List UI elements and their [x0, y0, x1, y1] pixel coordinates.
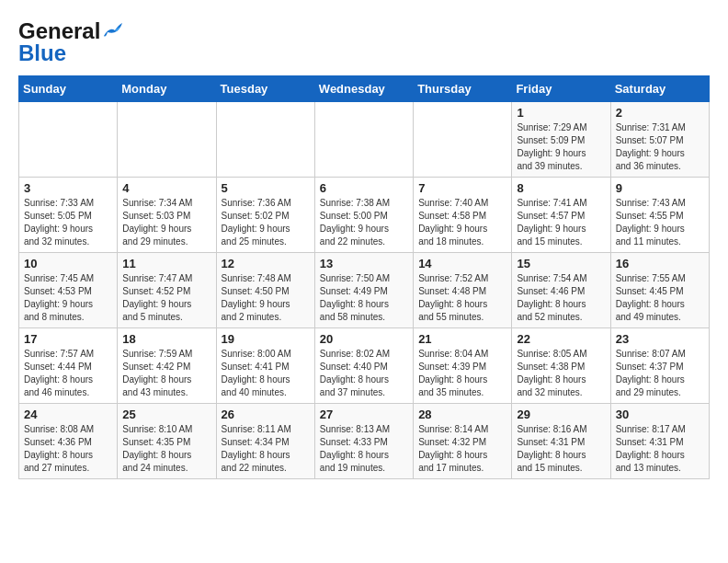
day-number: 22 — [517, 332, 605, 346]
day-number: 30 — [616, 408, 704, 421]
day-info: Sunrise: 7:33 AM Sunset: 5:05 PM Dayligh… — [24, 197, 112, 248]
day-number: 5 — [222, 181, 310, 195]
day-number: 12 — [222, 257, 310, 270]
day-number: 26 — [222, 408, 310, 421]
day-info: Sunrise: 8:11 AM Sunset: 4:34 PM Dayligh… — [222, 423, 310, 475]
calendar-cell: 11Sunrise: 7:47 AM Sunset: 4:52 PM Dayli… — [118, 253, 216, 328]
calendar-cell: 13Sunrise: 7:50 AM Sunset: 4:49 PM Dayli… — [314, 253, 413, 328]
day-number: 17 — [24, 332, 112, 346]
day-number: 14 — [418, 257, 506, 270]
calendar-table: SundayMondayTuesdayWednesdayThursdayFrid… — [18, 75, 710, 479]
calendar-cell — [314, 102, 413, 178]
day-number: 6 — [320, 181, 408, 195]
logo: General Blue — [18, 18, 122, 66]
day-info: Sunrise: 7:31 AM Sunset: 5:07 PM Dayligh… — [616, 121, 704, 173]
day-number: 21 — [418, 332, 506, 346]
calendar-cell: 22Sunrise: 8:05 AM Sunset: 4:38 PM Dayli… — [512, 328, 610, 404]
day-info: Sunrise: 7:48 AM Sunset: 4:50 PM Dayligh… — [222, 272, 310, 324]
day-number: 16 — [616, 257, 704, 270]
day-info: Sunrise: 8:10 AM Sunset: 4:35 PM Dayligh… — [122, 423, 210, 475]
calendar-cell: 9Sunrise: 7:43 AM Sunset: 4:55 PM Daylig… — [610, 178, 709, 253]
calendar-cell: 24Sunrise: 8:08 AM Sunset: 4:36 PM Dayli… — [19, 404, 118, 479]
day-info: Sunrise: 8:16 AM Sunset: 4:31 PM Dayligh… — [517, 423, 605, 475]
logo-bird-icon — [102, 23, 122, 40]
calendar-cell: 17Sunrise: 7:57 AM Sunset: 4:44 PM Dayli… — [19, 328, 118, 404]
calendar-cell: 8Sunrise: 7:41 AM Sunset: 4:57 PM Daylig… — [512, 178, 610, 253]
calendar-cell: 15Sunrise: 7:54 AM Sunset: 4:46 PM Dayli… — [512, 253, 610, 328]
day-info: Sunrise: 7:47 AM Sunset: 4:52 PM Dayligh… — [122, 272, 210, 324]
day-number: 13 — [320, 257, 408, 270]
day-info: Sunrise: 7:57 AM Sunset: 4:44 PM Dayligh… — [24, 348, 112, 399]
weekday-header: Wednesday — [314, 76, 413, 102]
calendar-cell: 28Sunrise: 8:14 AM Sunset: 4:32 PM Dayli… — [414, 404, 512, 479]
day-info: Sunrise: 7:38 AM Sunset: 5:00 PM Dayligh… — [320, 197, 408, 248]
day-number: 19 — [222, 332, 310, 346]
calendar-cell: 2Sunrise: 7:31 AM Sunset: 5:07 PM Daylig… — [610, 102, 709, 178]
calendar-cell: 30Sunrise: 8:17 AM Sunset: 4:31 PM Dayli… — [610, 404, 709, 479]
day-number: 28 — [418, 408, 506, 421]
day-info: Sunrise: 8:08 AM Sunset: 4:36 PM Dayligh… — [24, 423, 112, 475]
day-number: 7 — [418, 181, 506, 195]
calendar-cell: 7Sunrise: 7:40 AM Sunset: 4:58 PM Daylig… — [414, 178, 512, 253]
day-info: Sunrise: 8:00 AM Sunset: 4:41 PM Dayligh… — [222, 348, 310, 399]
day-number: 25 — [122, 408, 210, 421]
day-number: 11 — [122, 257, 210, 270]
calendar-week-row: 17Sunrise: 7:57 AM Sunset: 4:44 PM Dayli… — [19, 328, 710, 404]
calendar-cell: 5Sunrise: 7:36 AM Sunset: 5:02 PM Daylig… — [216, 178, 314, 253]
weekday-header: Monday — [118, 76, 216, 102]
calendar-cell: 21Sunrise: 8:04 AM Sunset: 4:39 PM Dayli… — [414, 328, 512, 404]
calendar-week-row: 10Sunrise: 7:45 AM Sunset: 4:53 PM Dayli… — [19, 253, 710, 328]
calendar-body: 1Sunrise: 7:29 AM Sunset: 5:09 PM Daylig… — [19, 102, 710, 479]
calendar-cell — [216, 102, 314, 178]
weekday-header: Thursday — [414, 76, 512, 102]
day-info: Sunrise: 8:17 AM Sunset: 4:31 PM Dayligh… — [616, 423, 704, 475]
calendar-cell: 25Sunrise: 8:10 AM Sunset: 4:35 PM Dayli… — [118, 404, 216, 479]
weekday-header: Tuesday — [216, 76, 314, 102]
day-number: 27 — [320, 408, 408, 421]
day-number: 1 — [517, 106, 605, 120]
calendar-cell: 6Sunrise: 7:38 AM Sunset: 5:00 PM Daylig… — [314, 178, 413, 253]
calendar-week-row: 3Sunrise: 7:33 AM Sunset: 5:05 PM Daylig… — [19, 178, 710, 253]
day-info: Sunrise: 7:36 AM Sunset: 5:02 PM Dayligh… — [222, 197, 310, 248]
day-number: 10 — [24, 257, 112, 270]
calendar-cell: 23Sunrise: 8:07 AM Sunset: 4:37 PM Dayli… — [610, 328, 709, 404]
calendar-cell: 4Sunrise: 7:34 AM Sunset: 5:03 PM Daylig… — [118, 178, 216, 253]
day-number: 24 — [24, 408, 112, 421]
calendar-cell: 12Sunrise: 7:48 AM Sunset: 4:50 PM Dayli… — [216, 253, 314, 328]
calendar-cell — [118, 102, 216, 178]
day-number: 3 — [24, 181, 112, 195]
day-number: 4 — [122, 181, 210, 195]
calendar-cell: 27Sunrise: 8:13 AM Sunset: 4:33 PM Dayli… — [314, 404, 413, 479]
day-number: 20 — [320, 332, 408, 346]
calendar-cell: 14Sunrise: 7:52 AM Sunset: 4:48 PM Dayli… — [414, 253, 512, 328]
day-number: 9 — [616, 181, 704, 195]
calendar-cell — [19, 102, 118, 178]
day-info: Sunrise: 7:55 AM Sunset: 4:45 PM Dayligh… — [616, 272, 704, 324]
calendar-cell: 3Sunrise: 7:33 AM Sunset: 5:05 PM Daylig… — [19, 178, 118, 253]
logo-text-blue: Blue — [18, 40, 66, 66]
weekday-header: Saturday — [610, 76, 709, 102]
day-info: Sunrise: 8:13 AM Sunset: 4:33 PM Dayligh… — [320, 423, 408, 475]
day-info: Sunrise: 7:45 AM Sunset: 4:53 PM Dayligh… — [24, 272, 112, 324]
day-info: Sunrise: 7:50 AM Sunset: 4:49 PM Dayligh… — [320, 272, 408, 324]
day-info: Sunrise: 7:34 AM Sunset: 5:03 PM Dayligh… — [122, 197, 210, 248]
day-info: Sunrise: 7:54 AM Sunset: 4:46 PM Dayligh… — [517, 272, 605, 324]
day-info: Sunrise: 8:14 AM Sunset: 4:32 PM Dayligh… — [418, 423, 506, 475]
day-info: Sunrise: 8:07 AM Sunset: 4:37 PM Dayligh… — [616, 348, 704, 399]
day-number: 8 — [517, 181, 605, 195]
day-info: Sunrise: 7:41 AM Sunset: 4:57 PM Dayligh… — [517, 197, 605, 248]
weekday-header: Friday — [512, 76, 610, 102]
calendar-week-row: 24Sunrise: 8:08 AM Sunset: 4:36 PM Dayli… — [19, 404, 710, 479]
day-info: Sunrise: 7:29 AM Sunset: 5:09 PM Dayligh… — [517, 121, 605, 173]
day-info: Sunrise: 7:59 AM Sunset: 4:42 PM Dayligh… — [122, 348, 210, 399]
day-info: Sunrise: 7:52 AM Sunset: 4:48 PM Dayligh… — [418, 272, 506, 324]
calendar-cell: 19Sunrise: 8:00 AM Sunset: 4:41 PM Dayli… — [216, 328, 314, 404]
day-info: Sunrise: 7:40 AM Sunset: 4:58 PM Dayligh… — [418, 197, 506, 248]
calendar-week-row: 1Sunrise: 7:29 AM Sunset: 5:09 PM Daylig… — [19, 102, 710, 178]
calendar-cell: 26Sunrise: 8:11 AM Sunset: 4:34 PM Dayli… — [216, 404, 314, 479]
calendar-header: SundayMondayTuesdayWednesdayThursdayFrid… — [19, 76, 710, 102]
calendar-cell: 10Sunrise: 7:45 AM Sunset: 4:53 PM Dayli… — [19, 253, 118, 328]
day-number: 29 — [517, 408, 605, 421]
calendar-cell — [414, 102, 512, 178]
day-info: Sunrise: 8:02 AM Sunset: 4:40 PM Dayligh… — [320, 348, 408, 399]
